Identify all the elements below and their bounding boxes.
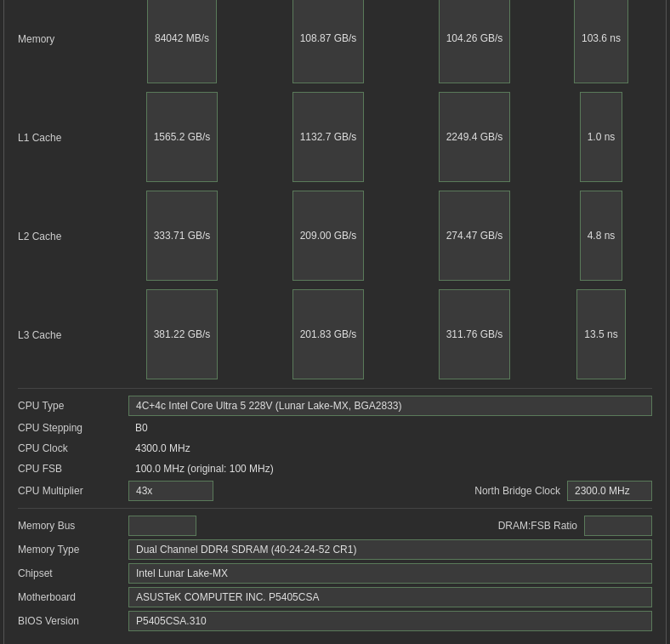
memory-bus-left: Memory Bus bbox=[18, 516, 335, 536]
bios-label: BIOS Version bbox=[18, 615, 128, 627]
memory-type-value: Dual Channel DDR4 SDRAM (40-24-24-52 CR1… bbox=[128, 539, 652, 560]
cpu-type-value: 4C+4c Intel Core Ultra 5 228V (Lunar Lak… bbox=[128, 396, 652, 416]
l2-copy-value: 274.47 GB/s bbox=[439, 191, 511, 281]
cpu-clock-value: 4300.0 MHz bbox=[128, 440, 197, 457]
motherboard-value: ASUSTeK COMPUTER INC. P5405CSA bbox=[128, 587, 652, 607]
cpu-multiplier-label: CPU Multiplier bbox=[18, 485, 128, 497]
cpu-clock-label: CPU Clock bbox=[18, 442, 128, 454]
memory-bus-value bbox=[128, 516, 196, 536]
l3-latency-value: 13.5 ns bbox=[576, 289, 625, 379]
cpu-type-label: CPU Type bbox=[18, 400, 128, 412]
chipset-value: Intel Lunar Lake-MX bbox=[128, 563, 652, 584]
cpu-fsb-value: 100.0 MHz (original: 100 MHz) bbox=[128, 460, 281, 477]
cpu-fsb-row: CPU FSB 100.0 MHz (original: 100 MHz) bbox=[18, 460, 652, 477]
cpu-clock-row: CPU Clock 4300.0 MHz bbox=[18, 440, 652, 457]
cpu-info-section: CPU Type 4C+4c Intel Core Ultra 5 228V (… bbox=[18, 396, 652, 501]
bios-value: P5405CSA.310 bbox=[128, 611, 652, 631]
divider-1 bbox=[18, 388, 652, 389]
multiplier-right: North Bridge Clock 2300.0 MHz bbox=[335, 481, 652, 501]
memory-type-label: Memory Type bbox=[18, 544, 128, 556]
dram-fsb-label: DRAM:FSB Ratio bbox=[498, 520, 577, 532]
l1-bench-row: L1 Cache 1565.2 GB/s 1132.7 GB/s 2249.4 … bbox=[18, 92, 652, 182]
content-area: Read i Write i Copy i bbox=[4, 0, 666, 644]
memory-write-value: 108.87 GB/s bbox=[292, 0, 365, 83]
l2-bench-row: L2 Cache 333.71 GB/s 209.00 GB/s 274.47 … bbox=[18, 191, 652, 281]
chipset-label: Chipset bbox=[18, 567, 128, 579]
memory-type-row: Memory Type Dual Channel DDR4 SDRAM (40-… bbox=[18, 539, 652, 560]
chipset-row: Chipset Intel Lunar Lake-MX bbox=[18, 563, 652, 584]
l2-latency-value: 4.8 ns bbox=[580, 191, 623, 281]
bios-row: BIOS Version P5405CSA.310 bbox=[18, 611, 652, 631]
l1-row-label: L1 Cache bbox=[18, 132, 61, 144]
memory-bus-row: Memory Bus DRAM:FSB Ratio bbox=[18, 516, 652, 536]
memory-bus-label: Memory Bus bbox=[18, 520, 128, 532]
memory-info-section: Memory Bus DRAM:FSB Ratio Memory Type Du… bbox=[18, 516, 652, 631]
motherboard-row: Motherboard ASUSTeK COMPUTER INC. P5405C… bbox=[18, 587, 652, 607]
multiplier-left: CPU Multiplier 43x bbox=[18, 481, 335, 501]
nb-clock-label: North Bridge Clock bbox=[474, 485, 560, 497]
cpu-fsb-label: CPU FSB bbox=[18, 463, 128, 475]
l3-bench-row: L3 Cache 381.22 GB/s 201.83 GB/s 311.76 … bbox=[18, 289, 652, 379]
l1-write-value: 1132.7 GB/s bbox=[292, 92, 365, 182]
l1-copy-value: 2249.4 GB/s bbox=[439, 92, 511, 182]
cpu-multiplier-row: CPU Multiplier 43x North Bridge Clock 23… bbox=[18, 481, 652, 501]
bench-rows: Memory 84042 MB/s 108.87 GB/s 104.26 GB/… bbox=[18, 0, 652, 379]
dram-fsb-value bbox=[584, 516, 652, 536]
cpu-type-row: CPU Type 4C+4c Intel Core Ultra 5 228V (… bbox=[18, 396, 652, 416]
memory-bus-right: DRAM:FSB Ratio bbox=[335, 516, 652, 536]
l2-read-value: 333.71 GB/s bbox=[146, 191, 219, 281]
memory-latency-value: 103.6 ns bbox=[574, 0, 628, 83]
l3-read-value: 381.22 GB/s bbox=[146, 289, 219, 379]
l3-write-value: 201.83 GB/s bbox=[292, 289, 365, 379]
nb-clock-value: 2300.0 MHz bbox=[567, 481, 652, 501]
divider-2 bbox=[18, 508, 652, 509]
memory-bench-row: Memory 84042 MB/s 108.87 GB/s 104.26 GB/… bbox=[18, 0, 652, 83]
l1-read-value: 1565.2 GB/s bbox=[146, 92, 219, 182]
memory-row-label: Memory bbox=[18, 33, 54, 45]
l2-row-label: L2 Cache bbox=[18, 231, 61, 242]
memory-copy-value: 104.26 GB/s bbox=[439, 0, 511, 83]
memory-read-value: 84042 MB/s bbox=[147, 0, 217, 83]
l3-copy-value: 311.76 GB/s bbox=[439, 289, 511, 379]
cpu-stepping-value: B0 bbox=[128, 419, 155, 436]
main-window: AIDA64 Cache & Memory Benchmark — ✕ Read… bbox=[3, 0, 667, 644]
cpu-stepping-row: CPU Stepping B0 bbox=[18, 419, 652, 436]
cpu-stepping-label: CPU Stepping bbox=[18, 422, 128, 434]
l3-row-label: L3 Cache bbox=[18, 329, 61, 341]
l1-latency-value: 1.0 ns bbox=[580, 92, 623, 182]
l2-write-value: 209.00 GB/s bbox=[292, 191, 365, 281]
motherboard-label: Motherboard bbox=[18, 591, 128, 603]
cpu-multiplier-value: 43x bbox=[128, 481, 213, 501]
